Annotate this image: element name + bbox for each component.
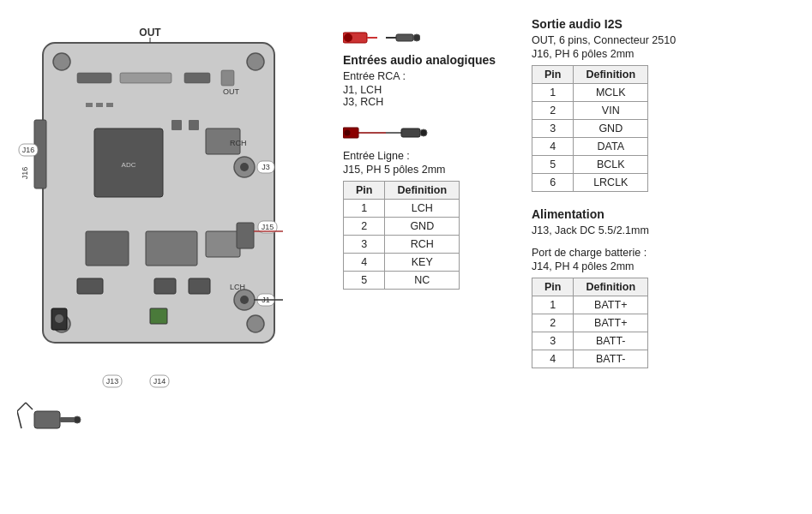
table-cell: DATA [574,138,648,156]
table-cell: VIN [574,102,648,120]
svg-rect-16 [189,120,199,130]
svg-point-4 [247,315,264,332]
analog-title: Entrées audio analogiques [343,53,514,67]
i2s-title: Sortie audio I2S [532,17,795,31]
analog-col-pin: Pin [344,182,385,200]
dc-adapter-icon [17,403,81,428]
table-cell: 4 [532,138,574,156]
table-row: 1MCLK [532,84,648,102]
svg-rect-51 [396,34,413,41]
j15-callout: J15 [262,223,274,231]
table-cell: BATT- [574,332,648,350]
rca-connector-svg [343,26,420,50]
table-row: 3GND [532,120,648,138]
table-row: 4KEY [344,254,460,272]
svg-rect-8 [184,73,210,83]
table-row: 5NC [344,272,460,290]
svg-rect-18 [86,231,129,266]
svg-point-44 [74,416,81,423]
analog-col-def: Definition [385,182,460,200]
svg-rect-39 [34,411,60,428]
svg-rect-26 [150,308,167,324]
table-row: 4BATT- [532,350,648,368]
power-desc2: Port de charge batterie : [532,247,795,259]
svg-rect-57 [401,128,420,137]
table-cell: 1 [532,84,574,102]
table-row: 3RCH [344,236,460,254]
svg-point-58 [420,129,427,136]
table-cell: 3 [344,236,385,254]
i2s-col-def: Definition [574,66,648,84]
svg-rect-23 [189,278,210,294]
j14-callout: J14 [153,377,166,386]
svg-rect-15 [171,120,182,130]
table-cell: MCLK [574,84,648,102]
j16-label: J16 [21,167,29,180]
lch-label: LCH [230,283,245,291]
svg-point-54 [345,130,351,136]
svg-rect-19 [146,231,197,266]
power-title: Alimentation [532,207,795,221]
j16-callout: J16 [22,146,35,154]
svg-rect-6 [77,73,111,83]
svg-rect-22 [154,278,176,294]
table-cell: GND [574,120,648,138]
svg-rect-14 [106,103,113,107]
svg-text:ADC: ADC [122,161,136,169]
middle-section: Entrées audio analogiques Entrée RCA : J… [343,17,514,497]
power-section: Alimentation J13, Jack DC 5.5/2.1mm Port… [532,207,795,368]
table-cell: 6 [532,174,574,192]
i2s-section: Sortie audio I2S OUT, 6 pins, Connecteur… [532,17,795,192]
table-cell: 4 [532,350,574,368]
table-cell: GND [385,218,460,236]
svg-rect-9 [221,70,234,86]
table-cell: LCH [385,200,460,218]
svg-rect-30 [237,223,254,248]
analog-section: Entrées audio analogiques Entrée RCA : J… [343,53,514,108]
i2s-desc2: J16, PH 6 pôles 2mm [532,48,795,60]
board-diagram: OUT ADC [17,17,309,497]
rca-label: Entrée RCA : [343,70,514,82]
svg-rect-13 [96,103,103,107]
out-board-label: OUT [223,87,240,96]
power-desc3: J14, PH 4 pôles 2mm [532,260,795,272]
table-cell: 1 [344,200,385,218]
table-row: 5BCLK [532,156,648,174]
i2s-col-pin: Pin [532,66,574,84]
svg-line-43 [17,411,21,428]
svg-point-48 [344,33,352,42]
rch-label: RCH [230,139,247,147]
svg-point-1 [53,53,70,70]
board-area: OUT ADC [17,17,326,497]
analog-table: Pin Definition 1LCH2GND3RCH4KEY5NC [343,181,460,290]
svg-line-41 [26,403,33,409]
svg-point-52 [413,34,420,41]
j15-connector-svg [343,123,429,142]
table-row: 2VIN [532,102,648,120]
rca-ports: J1, LCH J3, RCH [343,84,514,108]
table-cell: 3 [532,120,574,138]
svg-point-32 [240,296,249,304]
table-cell: 2 [344,218,385,236]
table-row: 1LCH [344,200,460,218]
j3-callout: J3 [262,163,270,171]
svg-rect-12 [86,103,93,107]
table-cell: BATT+ [574,314,648,332]
power-col-pin: Pin [532,278,574,296]
table-cell: NC [385,272,460,290]
table-cell: 4 [344,254,385,272]
svg-rect-21 [77,278,103,294]
power-col-def: Definition [574,278,648,296]
table-row: 3BATT- [532,332,648,350]
table-cell: BATT- [574,350,648,368]
table-cell: LRCLK [574,174,648,192]
table-cell: BCLK [574,156,648,174]
i2s-table: Pin Definition 1MCLK2VIN3GND4DATA5BCLK6L… [532,65,648,192]
svg-rect-20 [206,231,240,257]
table-row: 2GND [344,218,460,236]
out-label: OUT [139,27,161,39]
right-section: Sortie audio I2S OUT, 6 pins, Connecteur… [532,17,795,497]
svg-point-29 [240,163,249,171]
table-cell: 1 [532,296,574,314]
power-table: Pin Definition 1BATT+2BATT+3BATT-4BATT- [532,278,648,368]
